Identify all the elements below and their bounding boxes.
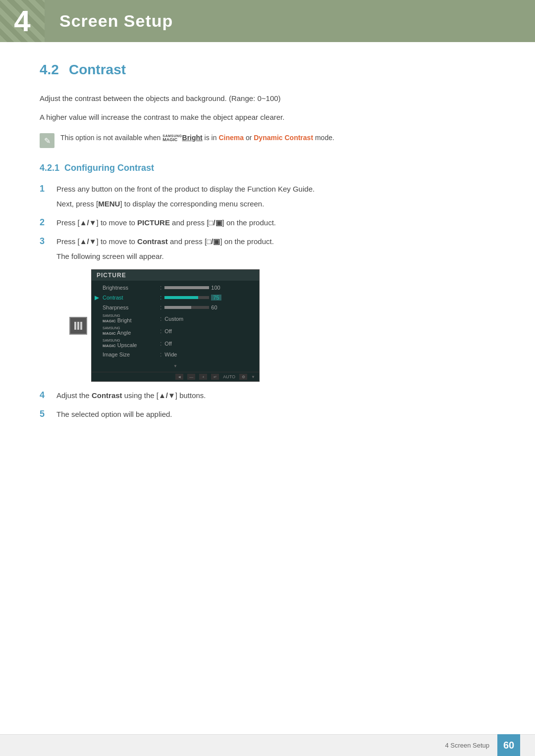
- brightness-value: 100: [211, 285, 223, 291]
- magic-angle-label: SAMSUNG MAGIC Angle: [103, 326, 157, 336]
- dynamic-contrast-label: Dynamic Contrast: [254, 134, 313, 142]
- subsection-name: Configuring Contrast: [64, 163, 154, 173]
- contrast-bold-4: Contrast: [92, 391, 122, 400]
- subsection-number: 4.2.1: [40, 163, 59, 173]
- magic-upscale-value: Off: [164, 341, 171, 347]
- cinema-label: Cinema: [218, 134, 244, 142]
- footer-text: 4 Screen Setup: [445, 742, 489, 749]
- screen-mockup-container: PICTURE Brightness : 100 ▶ Cont: [69, 269, 495, 382]
- step-5-text: The selected option will be applied.: [56, 410, 172, 418]
- chapter-number: 4: [14, 4, 30, 38]
- sharpness-value: 60: [211, 304, 223, 310]
- image-size-label: Image Size: [103, 352, 157, 357]
- section-title: 4.2Contrast: [40, 62, 495, 78]
- arrows-label-3: ▲/▼: [80, 237, 97, 246]
- main-content: 4.2Contrast Adjust the contrast between …: [0, 62, 535, 420]
- screen-mock: PICTURE Brightness : 100 ▶ Cont: [91, 269, 260, 382]
- contrast-bar-fill: [164, 296, 198, 299]
- image-size-value: Wide: [164, 352, 177, 357]
- contrast-bar-container: 75: [164, 295, 221, 301]
- page-footer: 4 Screen Setup 60: [0, 734, 535, 756]
- step-number-4: 4: [40, 390, 49, 401]
- arrows-label-2: ▲/▼: [80, 218, 97, 227]
- section-name: Contrast: [69, 62, 126, 77]
- note-icon: ✎: [40, 133, 54, 148]
- picture-label: PICTURE: [137, 218, 170, 227]
- menu-row-brightness: Brightness : 100: [92, 283, 259, 293]
- arrows-label-4: ▲/▼: [159, 391, 175, 400]
- step-number-2: 2: [40, 217, 49, 228]
- toolbar-down-arrow: ▼: [251, 375, 255, 379]
- step-5: 5 The selected option will be applied.: [40, 408, 495, 420]
- section-number: 4.2: [40, 62, 59, 77]
- step-1-text: Press any button on the front of the pro…: [56, 185, 315, 193]
- menu-key-label: MENU: [98, 200, 120, 208]
- menu-row-magic-bright: SAMSUNG MAGIC Bright : Custom: [92, 312, 259, 325]
- contrast-label-3: Contrast: [137, 237, 168, 246]
- note-text: This option is not available when SAMSUN…: [60, 132, 334, 143]
- brightness-label: Brightness: [103, 285, 157, 291]
- step-1: 1 Press any button on the front of the p…: [40, 183, 495, 210]
- chapter-title: Screen Setup: [59, 11, 173, 31]
- step-1-sub: Next, press [MENU] to display the corres…: [56, 198, 495, 210]
- scroll-down-indicator: ▼: [92, 359, 259, 370]
- chapter-title-block: Screen Setup: [45, 0, 535, 42]
- screen-toolbar: ◄ — + ↵ AUTO ⚙ ▼: [92, 372, 259, 381]
- monitor-icon: [69, 317, 87, 335]
- toolbar-minus-btn: —: [187, 374, 195, 380]
- brightness-bar-fill: [164, 286, 209, 289]
- toolbar-enter-btn: ↵: [211, 374, 219, 380]
- down-arrow-icon: ▼: [173, 364, 177, 368]
- step-content-4: Adjust the Contrast using the [▲/▼] butt…: [56, 390, 495, 402]
- menu-row-magic-angle: SAMSUNG MAGIC Angle : Off: [92, 325, 259, 337]
- magic-bright-value: Custom: [164, 316, 183, 322]
- step-content-1: Press any button on the front of the pro…: [56, 183, 495, 210]
- toolbar-auto-label: AUTO: [223, 374, 235, 379]
- samsung-magic-label-note: SAMSUNGMAGIC: [162, 134, 182, 142]
- selection-indicator: ▶: [95, 295, 101, 300]
- menu-row-magic-upscale: SAMSUNG MAGIC Upscale : Off: [92, 337, 259, 350]
- toolbar-settings-btn: ⚙: [239, 374, 247, 380]
- enter-icon-3: □/▣: [207, 237, 220, 246]
- brightness-bar-track: [164, 286, 209, 289]
- toolbar-plus-btn: +: [199, 374, 207, 380]
- menu-row-sharpness: Sharpness : 60: [92, 302, 259, 312]
- magic-upscale-label: SAMSUNG MAGIC Upscale: [103, 339, 157, 348]
- bright-label-note: Bright: [182, 134, 203, 142]
- contrast-value: 75: [211, 295, 221, 301]
- menu-row-contrast: ▶ Contrast : 75: [92, 293, 259, 302]
- icon-bar-2: [77, 322, 79, 330]
- icon-bar-1: [74, 322, 76, 330]
- step-list-2: 4 Adjust the Contrast using the [▲/▼] bu…: [40, 390, 495, 420]
- step-number-1: 1: [40, 184, 49, 194]
- note-box: ✎ This option is not available when SAMS…: [40, 132, 495, 148]
- step-2: 2 Press [▲/▼] to move to PICTURE and pre…: [40, 217, 495, 229]
- step-content-3: Press [▲/▼] to move to Contrast and pres…: [56, 236, 495, 262]
- footer-page-number: 60: [497, 734, 520, 756]
- contrast-label: Contrast: [103, 295, 157, 301]
- magic-angle-value: Off: [164, 328, 171, 334]
- brightness-bar-container: 100: [164, 285, 223, 291]
- step-content-2: Press [▲/▼] to move to PICTURE and press…: [56, 217, 495, 229]
- subsection-title: 4.2.1Configuring Contrast: [40, 163, 495, 173]
- contrast-bar-track: [164, 296, 209, 299]
- monitor-icon-bars: [74, 322, 82, 330]
- icon-bar-3: [80, 322, 82, 330]
- sharpness-label: Sharpness: [103, 304, 157, 310]
- screen-header: PICTURE: [92, 270, 259, 281]
- step-number-3: 3: [40, 236, 49, 247]
- menu-row-image-size: Image Size : Wide: [92, 350, 259, 359]
- step-number-5: 5: [40, 409, 49, 419]
- chapter-header: 4 Screen Setup: [0, 0, 535, 42]
- magic-bright-label: SAMSUNG MAGIC Bright: [103, 314, 157, 323]
- step-3: 3 Press [▲/▼] to move to Contrast and pr…: [40, 236, 495, 262]
- toolbar-back-btn: ◄: [175, 374, 183, 380]
- chapter-number-block: 4: [0, 0, 45, 42]
- sharpness-bar-track: [164, 306, 209, 309]
- step-4: 4 Adjust the Contrast using the [▲/▼] bu…: [40, 390, 495, 402]
- body-paragraph-1: Adjust the contrast between the objects …: [40, 93, 495, 104]
- sharpness-bar-fill: [164, 306, 191, 309]
- pencil-icon: ✎: [44, 136, 51, 146]
- step-3-sub: The following screen will appear.: [56, 251, 495, 262]
- sharpness-bar-container: 60: [164, 304, 223, 310]
